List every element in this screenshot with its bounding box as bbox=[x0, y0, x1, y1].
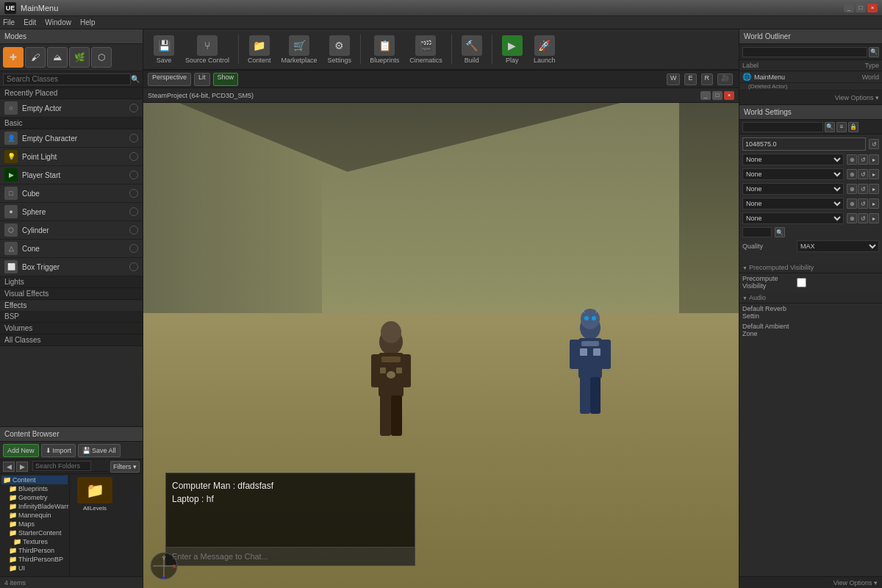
item-player-start[interactable]: ▶ Player Start bbox=[0, 166, 143, 184]
tree-item-ui[interactable]: 📁 UI bbox=[1, 564, 68, 573]
gw-close-btn[interactable]: × bbox=[724, 91, 734, 100]
cone-vis[interactable] bbox=[129, 244, 138, 253]
tree-item-blueprints[interactable]: 📁 Blueprints bbox=[1, 484, 68, 493]
wo-search-icon-btn[interactable]: 🔍 bbox=[869, 47, 879, 57]
gw-max-btn[interactable]: □ bbox=[712, 91, 723, 100]
cb-import-btn[interactable]: ⬇ Import bbox=[41, 444, 76, 457]
sphere-vis[interactable] bbox=[129, 207, 138, 216]
toolbar-cinematics[interactable]: 🎬 Cinematics bbox=[406, 33, 446, 66]
cb-filters-btn[interactable]: Filters ▾ bbox=[110, 461, 140, 473]
ws-clear-btn-2[interactable]: ↺ bbox=[858, 169, 868, 179]
toolbar-blueprints[interactable]: 📋 Blueprints bbox=[366, 33, 403, 66]
ws-more-btn-5[interactable]: ▸ bbox=[869, 213, 879, 223]
geometry-mode-btn[interactable]: ⬡ bbox=[91, 47, 112, 68]
toolbar-play[interactable]: ▶ Play bbox=[498, 33, 527, 66]
item-point-light[interactable]: 💡 Point Light bbox=[0, 148, 143, 166]
toolbar-marketplace[interactable]: 🛒 Marketplace bbox=[278, 33, 321, 66]
empty-actor-vis[interactable] bbox=[129, 104, 138, 112]
vp-rotate-btn[interactable]: E bbox=[684, 74, 696, 85]
tree-item-content[interactable]: 📁 Content bbox=[1, 476, 68, 484]
ws-select-2[interactable]: None bbox=[742, 168, 844, 180]
toolbar-launch[interactable]: 🚀 Launch bbox=[530, 33, 559, 66]
tree-item-geometry[interactable]: 📁 Geometry bbox=[1, 493, 68, 502]
cb-forward-btn[interactable]: ▶ bbox=[16, 462, 28, 472]
search-classes-input[interactable] bbox=[3, 74, 131, 85]
menu-window[interactable]: Window bbox=[45, 18, 71, 26]
toolbar-content[interactable]: 📁 Content bbox=[244, 33, 275, 66]
cb-back-btn[interactable]: ◀ bbox=[3, 462, 15, 472]
ws-select-3[interactable]: None bbox=[742, 183, 844, 195]
ws-select-4[interactable]: None bbox=[742, 198, 844, 209]
cb-add-new-btn[interactable]: Add New bbox=[3, 444, 39, 457]
section-basic[interactable]: Basic bbox=[0, 118, 143, 129]
toolbar-source-control[interactable]: ⑂ Source Control bbox=[182, 33, 233, 66]
chat-input[interactable] bbox=[166, 548, 415, 565]
ws-layout-icon[interactable]: ≡ bbox=[836, 122, 847, 132]
section-all-classes[interactable]: All Classes bbox=[0, 334, 143, 346]
point-light-vis[interactable] bbox=[129, 152, 138, 161]
close-button[interactable]: × bbox=[867, 4, 878, 12]
item-cube[interactable]: □ Cube bbox=[0, 184, 143, 203]
gw-min-btn[interactable]: _ bbox=[700, 91, 711, 100]
cb-folder-alllevels[interactable]: 📁 AllLevels bbox=[73, 477, 117, 517]
wo-item-mainmenu[interactable]: 🌐 MainMenu World bbox=[739, 71, 882, 83]
menu-file[interactable]: File bbox=[3, 18, 15, 26]
item-cone[interactable]: △ Cone bbox=[0, 240, 143, 258]
ws-clear-btn-4[interactable]: ↺ bbox=[858, 198, 868, 209]
empty-character-vis[interactable] bbox=[129, 134, 138, 143]
ws-clear-btn-5[interactable]: ↺ bbox=[858, 213, 868, 223]
viewport-3d[interactable]: SteamProject (64-bit, PCD3D_SM5) _ □ × bbox=[143, 88, 739, 588]
item-box-trigger[interactable]: ⬜ Box Trigger bbox=[0, 258, 143, 276]
vp-perspective-btn[interactable]: Perspective bbox=[148, 73, 191, 86]
tree-item-tpbp[interactable]: 📁 ThirdPersonBP bbox=[1, 555, 68, 564]
ws-more-btn-1[interactable]: ▸ bbox=[869, 154, 879, 165]
ws-select-1[interactable]: None bbox=[742, 154, 844, 165]
landscape-mode-btn[interactable]: ⛰ bbox=[47, 47, 68, 68]
menu-edit[interactable]: Edit bbox=[24, 18, 36, 26]
ws-clear-btn-1[interactable]: ↺ bbox=[858, 154, 868, 165]
ws-precompute-checkbox[interactable] bbox=[797, 278, 806, 287]
cb-search-input[interactable] bbox=[32, 461, 91, 471]
box-trigger-vis[interactable] bbox=[129, 262, 138, 271]
tree-item-maps[interactable]: 📁 Maps bbox=[1, 520, 68, 528]
cb-save-all-btn[interactable]: 💾 Save All bbox=[78, 444, 121, 457]
ws-browse-btn-3[interactable]: ⊕ bbox=[847, 184, 857, 194]
ws-reset-btn[interactable]: ↺ bbox=[869, 139, 879, 149]
toolbar-settings[interactable]: ⚙ Settings bbox=[324, 33, 356, 66]
foliage-mode-btn[interactable]: 🌿 bbox=[69, 47, 90, 68]
ws-value-input[interactable] bbox=[742, 137, 866, 151]
minimize-button[interactable]: _ bbox=[844, 4, 854, 12]
toolbar-build[interactable]: 🔨 Build bbox=[457, 33, 487, 66]
ws-browse-btn-2[interactable]: ⊕ bbox=[847, 169, 857, 179]
ws-clear-btn-3[interactable]: ↺ bbox=[858, 184, 868, 194]
wo-search-input[interactable] bbox=[742, 47, 867, 57]
item-empty-character[interactable]: 👤 Empty Character bbox=[0, 129, 143, 148]
ws-more-btn-2[interactable]: ▸ bbox=[869, 169, 879, 179]
ws-more-btn-3[interactable]: ▸ bbox=[869, 184, 879, 194]
paint-mode-btn[interactable]: 🖌 bbox=[25, 47, 46, 68]
tree-item-mannequin[interactable]: 📁 Mannequin bbox=[1, 511, 68, 520]
player-start-vis[interactable] bbox=[129, 171, 138, 179]
wo-view-options[interactable]: View Options ▾ bbox=[835, 94, 879, 101]
section-visual-effects[interactable]: Visual Effects bbox=[0, 288, 143, 300]
tree-item-ibw[interactable]: 📁 InfinityBladeWarriors bbox=[1, 502, 68, 511]
ws-browse-btn-5[interactable]: ⊕ bbox=[847, 213, 857, 223]
view-options-label[interactable]: View Options ▾ bbox=[833, 579, 878, 587]
cylinder-vis[interactable] bbox=[129, 226, 138, 234]
ws-audio-header[interactable]: Audio bbox=[739, 293, 882, 304]
section-recently-placed[interactable]: Recently Placed bbox=[0, 87, 143, 99]
ws-search-icon[interactable]: 🔍 bbox=[825, 122, 835, 132]
vp-camera-speed[interactable]: 🎥 bbox=[717, 74, 733, 85]
ws-select-5[interactable]: None bbox=[742, 212, 844, 224]
maximize-button[interactable]: □ bbox=[856, 4, 866, 12]
ws-search-input[interactable] bbox=[742, 122, 823, 132]
toolbar-save[interactable]: 💾 Save bbox=[149, 33, 179, 66]
item-empty-actor[interactable]: ○ Empty Actor bbox=[0, 99, 143, 118]
tree-item-tp[interactable]: 📁 ThirdPerson bbox=[1, 546, 68, 555]
vp-lit-btn[interactable]: Lit bbox=[194, 73, 210, 86]
ws-browse-btn-1[interactable]: ⊕ bbox=[847, 154, 857, 165]
vp-scale-btn[interactable]: R bbox=[701, 74, 714, 85]
cube-vis[interactable] bbox=[129, 189, 138, 198]
ws-header[interactable]: World Settings bbox=[739, 105, 882, 120]
vp-translate-btn[interactable]: W bbox=[667, 74, 681, 85]
